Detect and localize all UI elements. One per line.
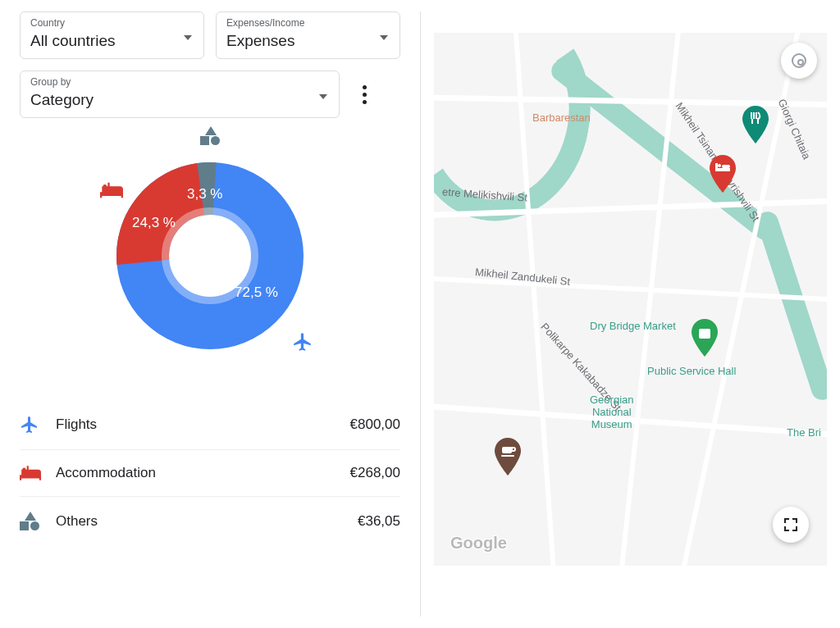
country-label: Country — [30, 17, 194, 29]
country-dropdown[interactable]: Country All countries — [20, 11, 204, 59]
groupby-dropdown[interactable]: Group by Category — [20, 71, 340, 118]
google-logo: Google — [450, 534, 507, 553]
legend-row-others[interactable]: Others €36,05 — [20, 497, 400, 546]
map-pin-restaurant[interactable] — [742, 106, 769, 143]
svg-rect-9 — [699, 329, 710, 339]
legend-name: Accommodation — [56, 465, 350, 481]
map-label: Georgian National Museum — [590, 394, 633, 430]
country-value: All countries — [30, 32, 194, 50]
donut-label-accommodation: 24,3 % — [132, 215, 176, 231]
more-options-button[interactable] — [354, 81, 374, 107]
plane-icon — [20, 415, 56, 435]
expense-type-dropdown[interactable]: Expenses/Income Expenses — [216, 11, 400, 59]
chevron-down-icon — [380, 35, 388, 40]
svg-rect-6 — [715, 163, 718, 171]
donut-label-others: 3,3 % — [187, 186, 222, 203]
legend-amount: €268,00 — [350, 465, 400, 481]
bed-icon — [20, 466, 56, 480]
legend-row-accommodation[interactable]: Accommodation €268,00 — [20, 450, 400, 497]
expense-type-value: Expenses — [226, 32, 390, 50]
legend-name: Others — [56, 513, 358, 530]
svg-rect-8 — [722, 165, 730, 168]
svg-point-7 — [718, 164, 721, 167]
shapes-icon — [20, 512, 56, 531]
groupby-label: Group by — [30, 76, 329, 88]
svg-rect-11 — [501, 455, 514, 457]
map-label: Public Service Hall — [647, 365, 736, 377]
chevron-down-icon — [319, 94, 327, 99]
target-icon — [792, 53, 806, 68]
map-label: Dry Bridge Market — [590, 320, 676, 332]
map[interactable]: Barbarestan etre Melikishvili St Mikheil… — [434, 33, 827, 566]
legend-row-flights[interactable]: Flights €800,00 — [20, 400, 400, 450]
fullscreen-button[interactable] — [773, 507, 809, 543]
map-label: Barbarestan — [532, 111, 591, 124]
expense-donut-chart: 72,5 % 24,3 % 3,3 % — [20, 133, 400, 379]
expand-icon — [783, 517, 799, 533]
legend-amount: €36,05 — [358, 513, 400, 530]
map-pin-shopping[interactable] — [691, 319, 719, 357]
map-pin-cafe[interactable] — [494, 438, 522, 476]
shapes-icon — [200, 126, 220, 146]
legend-amount: €800,00 — [350, 416, 400, 433]
groupby-value: Category — [30, 91, 329, 109]
locate-me-button[interactable] — [781, 43, 817, 79]
expense-legend: Flights €800,00 Accommodation €268,00 Ot… — [20, 400, 400, 546]
map-pin-hotel[interactable] — [709, 155, 737, 193]
svg-point-4 — [171, 216, 249, 295]
chevron-down-icon — [184, 35, 192, 40]
legend-name: Flights — [56, 416, 350, 433]
donut-label-flights: 72,5 % — [235, 284, 278, 301]
expense-type-label: Expenses/Income — [226, 17, 390, 29]
map-label: The Bri — [787, 426, 821, 439]
svg-rect-10 — [502, 447, 512, 453]
